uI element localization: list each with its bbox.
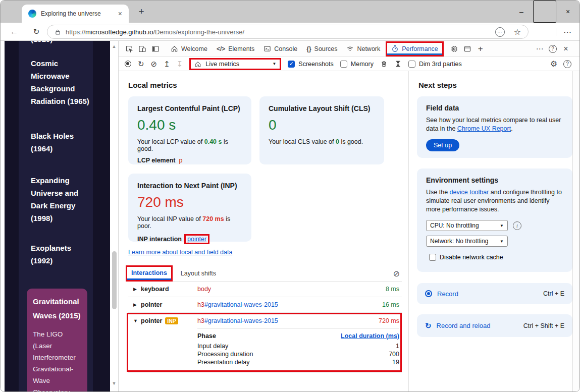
disable-cache-checkbox[interactable] [429, 254, 436, 261]
tab-console[interactable]: Console [259, 41, 302, 57]
record-button[interactable]: Record Ctrl + E [417, 283, 572, 304]
record-and-reload-label: Record and reload [437, 322, 491, 329]
screenshots-label: Screenshots [298, 61, 333, 68]
log-target-link[interactable]: body [197, 286, 211, 293]
memory-checkbox[interactable] [340, 61, 347, 68]
page-scrollbar-thumb[interactable] [112, 251, 117, 309]
screenshots-checkbox[interactable] [288, 61, 295, 68]
expand-icon[interactable]: ▶ [133, 287, 141, 292]
dim-third-parties-checkbox[interactable] [408, 61, 415, 68]
tab-performance[interactable]: Performance [387, 43, 442, 55]
log-row-pointer[interactable]: ▶ pointer h3#gravitational-waves-2015 16… [128, 297, 402, 313]
annotation-box-pointer: pointer [184, 234, 209, 244]
cpu-throttling-select[interactable]: CPU: No throttling ▼ [426, 220, 508, 231]
log-row-pointer-inp[interactable]: ▼ pointerINP h3#gravitational-waves-2015… [128, 313, 402, 328]
inp-description: Your local INP value of 720 ms is poor. [137, 215, 242, 230]
tab-welcome[interactable]: Welcome [166, 41, 212, 57]
inp-value: 720 ms [137, 194, 242, 210]
download-profile-icon: ↧ [177, 60, 183, 68]
maximize-icon [533, 1, 556, 23]
maximize-button[interactable] [533, 1, 556, 23]
minimize-button[interactable]: – [510, 1, 533, 23]
annotation-box-interactions: Interactions [126, 265, 173, 282]
local-duration-header-link[interactable]: Local duration (ms) [341, 332, 399, 340]
interactions-log: Interactions Layout shifts ⊘ ▶ keyboard … [128, 266, 402, 373]
inp-card: Interaction to Next Paint (INP) 720 ms Y… [128, 174, 251, 242]
disable-cache-toggle[interactable]: Disable network cache [429, 254, 503, 261]
url-field[interactable]: https://microsoftedge.github.io/Demos/ex… [47, 25, 529, 39]
live-metrics-dropdown[interactable]: Live metrics ▼ [189, 58, 281, 70]
log-target-link[interactable]: h3#gravitational-waves-2015 [197, 301, 331, 308]
lcp-element-link[interactable]: p [179, 157, 183, 164]
application-panel-icon[interactable] [461, 42, 474, 55]
chrome-ux-report-link[interactable]: Chrome UX Report [457, 125, 511, 132]
toc-item-dark-energy[interactable]: Expanding Universe and Dark Energy (1998… [31, 174, 92, 225]
devtools-menu-button[interactable]: ⋯ [533, 42, 546, 55]
toc-item-black-holes[interactable]: Black Holes (1964) [31, 130, 92, 155]
record-and-reload-shortcut: Ctrl + Shift + E [523, 322, 564, 329]
browser-menu-button[interactable]: ⋯ [559, 23, 576, 41]
tab-layout-shifts[interactable]: Layout shifts [181, 270, 216, 277]
inp-interaction-link[interactable]: pointer [187, 236, 206, 243]
chevron-down-icon: ▼ [272, 62, 276, 66]
favorites-star-icon[interactable]: ☆ [514, 27, 521, 37]
cpu-info-icon[interactable]: i [513, 221, 521, 230]
screenshots-toggle[interactable]: Screenshots [288, 61, 333, 68]
chevron-down-icon: ▼ [500, 239, 504, 244]
scrollbar-down-arrow-icon[interactable]: ▼ [111, 381, 117, 386]
device-emulation-icon[interactable] [136, 42, 149, 55]
clear-log-icon[interactable]: ⊘ [393, 269, 400, 278]
window-close-button[interactable]: × [556, 1, 579, 23]
browser-tab[interactable]: Exploring the universe × [22, 5, 129, 23]
browser-titlebar: Exploring the universe × + – × [1, 1, 579, 23]
record-label: Record [437, 290, 458, 298]
log-target-link[interactable]: h3#gravitational-waves-2015 [197, 317, 331, 324]
toolbar-help-icon[interactable]: ? [563, 60, 571, 68]
trash-icon[interactable] [380, 60, 388, 68]
back-button[interactable]: ← [6, 23, 23, 41]
throttle-collapse-icon[interactable] [394, 60, 402, 68]
reload-record-icon[interactable]: ↻ [138, 60, 144, 68]
reload-button[interactable]: ↻ [28, 23, 45, 41]
toc-item-exoplanets[interactable]: Exoplanets (1992) [31, 242, 92, 267]
tab-network[interactable]: Network [342, 41, 385, 57]
phase-row-presentation: Presentation delay19 [197, 358, 399, 366]
log-row-keyboard[interactable]: ▶ keyboard body 8 ms [128, 282, 402, 297]
learn-more-link[interactable]: Learn more about local and field data [128, 249, 232, 256]
expand-icon[interactable]: ▶ [133, 302, 141, 307]
set-up-button[interactable]: Set up [426, 139, 459, 151]
addressbar-divider [556, 28, 556, 36]
devtools-tab-bar: Welcome </> Elements Console {} Sources … [119, 41, 579, 57]
devtools-scrollbar-gutter[interactable] [572, 71, 580, 392]
performance-monitor-icon[interactable] [448, 42, 461, 55]
devtools-help-button[interactable]: ? [546, 42, 559, 55]
tab-sources[interactable]: {} Sources [302, 41, 342, 57]
network-throttling-select[interactable]: Network: No throttling ▼ [426, 236, 508, 247]
scrollbar-up-arrow-icon[interactable]: ▲ [111, 44, 117, 49]
memory-toggle[interactable]: Memory [340, 61, 374, 68]
upload-profile-icon[interactable]: ↥ [164, 60, 170, 68]
page-scrollbar[interactable] [110, 41, 118, 392]
device-toolbar-link[interactable]: device toolbar [450, 189, 489, 196]
more-tabs-button[interactable]: + [474, 42, 487, 55]
site-permissions-icon[interactable]: ⋯ [495, 27, 505, 37]
log-type: keyboard [141, 286, 169, 293]
clear-icon[interactable]: ⊘ [151, 60, 157, 68]
disable-cache-label: Disable network cache [440, 254, 503, 261]
dim-third-parties-toggle[interactable]: Dim 3rd parties [408, 61, 462, 68]
dock-side-icon[interactable] [149, 42, 162, 55]
tab-elements[interactable]: </> Elements [212, 41, 259, 57]
devtools-close-button[interactable]: × [559, 42, 572, 55]
tab-interactions[interactable]: Interactions [127, 267, 171, 280]
toc-active-section-body: The LIGO (Laser Interferometer Gravitati… [33, 328, 81, 392]
toc-active-section-card[interactable]: Gravitational Waves (2015) The LIGO (Las… [27, 289, 87, 392]
collapse-icon[interactable]: ▼ [133, 318, 141, 323]
toc-item-cmb[interactable]: Cosmic Microwave Background Radiation (1… [31, 57, 92, 107]
record-toggle-icon[interactable] [125, 61, 131, 67]
inspect-element-icon[interactable] [123, 42, 136, 55]
record-and-reload-button[interactable]: ↻ Record and reload Ctrl + Shift + E [417, 314, 572, 337]
inp-title: Interaction to Next Paint (INP) [137, 182, 242, 190]
new-tab-button[interactable]: + [135, 5, 148, 18]
settings-gear-icon[interactable]: ⚙ [550, 59, 557, 69]
tab-close-icon[interactable]: × [117, 10, 124, 18]
